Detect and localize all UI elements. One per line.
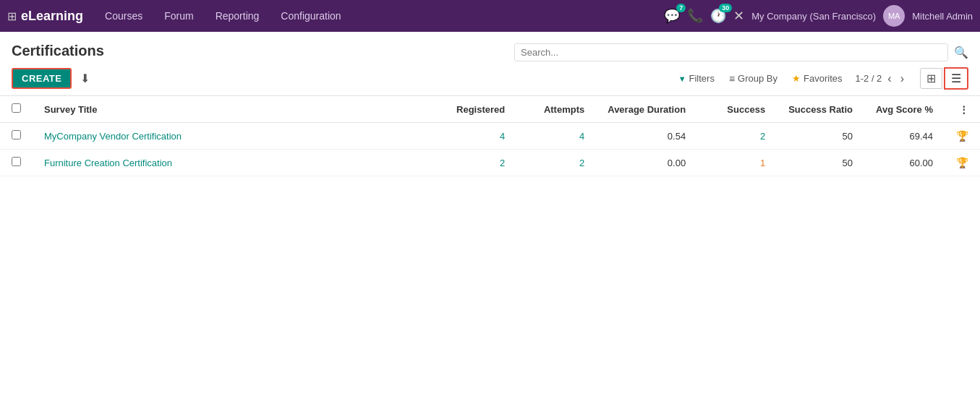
top-navigation: ⊞ eLearning Courses Forum Reporting Conf…: [0, 0, 980, 32]
search-input[interactable]: [521, 47, 942, 58]
user-avatar[interactable]: MA: [883, 5, 905, 27]
th-registered[interactable]: Registered: [437, 96, 516, 123]
th-avg-score[interactable]: Avg Score %: [864, 96, 945, 123]
th-attempts[interactable]: Attempts: [516, 96, 596, 123]
row2-trophy-icon: 🏆: [956, 157, 968, 168]
groupby-label: Group By: [738, 73, 777, 84]
page-container: Certifications 🔍 CREATE ⬇ ▼ Filters ≡ Gr: [0, 32, 980, 404]
search-wrapper: [514, 43, 948, 61]
row1-success-ratio: 50: [777, 123, 864, 150]
row1-checkbox-cell: [0, 123, 33, 150]
th-success-ratio[interactable]: Success Ratio: [777, 96, 864, 123]
pagination-area: 1-2 / 2 ‹ ›: [855, 71, 907, 87]
select-all-checkbox[interactable]: [12, 103, 21, 113]
row2-success: 1: [697, 150, 777, 176]
search-button[interactable]: 🔍: [954, 46, 968, 59]
nav-courses[interactable]: Courses: [95, 7, 153, 25]
row1-success: 2: [697, 123, 777, 150]
activity-badge: 30: [719, 4, 732, 12]
nav-configuration[interactable]: Configuration: [270, 7, 351, 25]
avatar-initials: MA: [888, 12, 900, 20]
more-vert-icon: ⋮: [959, 104, 968, 115]
nav-forum[interactable]: Forum: [154, 7, 203, 25]
messaging-badge: 7: [676, 4, 686, 12]
page-title: Certifications: [12, 43, 104, 59]
row1-avg-duration: 0.54: [596, 123, 697, 150]
filter-controls: ▼ Filters ≡ Group By ★ Favorites: [678, 73, 843, 85]
data-table: Survey Title Registered Attempts Average…: [0, 96, 980, 176]
app-name: eLearning: [21, 9, 83, 24]
page-header: Certifications 🔍: [0, 32, 980, 61]
groupby-button[interactable]: ≡ Group By: [729, 73, 777, 85]
view-controls: ⊞ ☰: [920, 67, 968, 90]
filters-button[interactable]: ▼ Filters: [678, 73, 715, 84]
company-name[interactable]: My Company (San Francisco): [751, 11, 876, 22]
row1-registered: 4: [437, 123, 516, 150]
table-row: MyCompany Vendor Certification 4 4 0.54 …: [0, 123, 980, 150]
create-button[interactable]: CREATE: [12, 68, 72, 89]
pagination-prev-button[interactable]: ‹: [885, 71, 894, 87]
grid-icon[interactable]: ⊞: [7, 9, 17, 23]
pagination-next-button[interactable]: ›: [898, 71, 907, 87]
toolbar: CREATE ⬇ ▼ Filters ≡ Group By ★ Favorite…: [0, 61, 980, 95]
table-header: Survey Title Registered Attempts Average…: [0, 96, 980, 123]
row2-trophy-cell: 🏆: [945, 150, 980, 176]
topnav-right: 💬 7 📞 🕐 30 ✕ My Company (San Francisco) …: [664, 5, 973, 27]
nav-reporting[interactable]: Reporting: [205, 7, 270, 25]
row1-title[interactable]: MyCompany Vendor Certification: [33, 123, 437, 150]
th-more[interactable]: ⋮: [945, 96, 980, 123]
table-body: MyCompany Vendor Certification 4 4 0.54 …: [0, 123, 980, 176]
list-view-button[interactable]: ☰: [944, 67, 968, 90]
row2-avg-score: 60.00: [864, 150, 945, 176]
kanban-view-button[interactable]: ⊞: [920, 68, 942, 89]
filter-arrow-icon: ▼: [678, 74, 686, 83]
row2-attempts: 2: [516, 150, 596, 176]
row2-title[interactable]: Furniture Creation Certification: [33, 150, 437, 176]
messaging-button[interactable]: 💬 7: [664, 8, 680, 24]
favorites-star-icon: ★: [792, 73, 801, 84]
th-survey-title[interactable]: Survey Title: [33, 96, 437, 123]
row1-trophy-cell: 🏆: [945, 123, 980, 150]
table-row: Furniture Creation Certification 2 2 0.0…: [0, 150, 980, 176]
row1-checkbox[interactable]: [12, 130, 21, 139]
th-success[interactable]: Success: [697, 96, 777, 123]
close-button[interactable]: ✕: [733, 8, 744, 24]
favorites-button[interactable]: ★ Favorites: [792, 73, 842, 84]
th-avg-duration[interactable]: Average Duration: [596, 96, 697, 123]
row2-success-ratio: 50: [777, 150, 864, 176]
th-checkbox: [0, 96, 33, 123]
user-name: Mitchell Admin: [912, 11, 973, 22]
download-button[interactable]: ⬇: [77, 69, 93, 88]
row2-avg-duration: 0.00: [596, 150, 697, 176]
phone-button[interactable]: 📞: [687, 8, 703, 24]
app-brand: eLearning: [21, 9, 83, 24]
filters-label: Filters: [689, 73, 715, 84]
close-icon: ✕: [733, 8, 744, 24]
groupby-lines-icon: ≡: [729, 73, 735, 85]
favorites-label: Favorites: [804, 73, 842, 84]
row1-avg-score: 69.44: [864, 123, 945, 150]
row2-registered: 2: [437, 150, 516, 176]
row2-checkbox-cell: [0, 150, 33, 176]
download-icon: ⬇: [80, 72, 90, 85]
pagination-info: 1-2 / 2: [855, 73, 882, 84]
row1-attempts: 4: [516, 123, 596, 150]
row2-checkbox[interactable]: [12, 157, 21, 166]
phone-icon: 📞: [687, 8, 703, 24]
activity-button[interactable]: 🕐 30: [710, 8, 726, 24]
nav-menu: Courses Forum Reporting Configuration: [95, 7, 660, 25]
row1-trophy-icon: 🏆: [956, 130, 968, 142]
